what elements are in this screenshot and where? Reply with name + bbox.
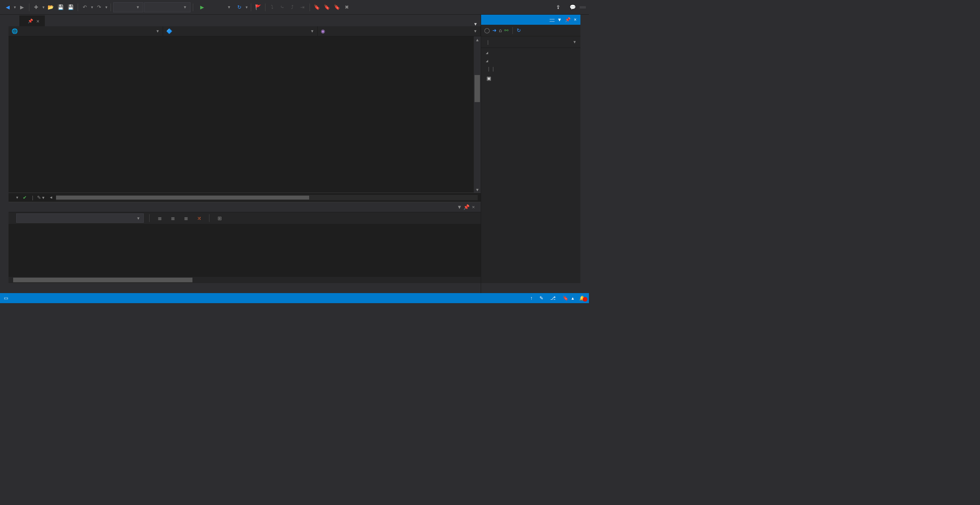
right-tool-rail — [580, 15, 589, 293]
nav-back-icon[interactable]: ◯ — [484, 27, 490, 33]
team-toolbar: ◯ ➜ ⌂ ⚯ ↻ — [481, 25, 580, 36]
branch-indicator[interactable]: 🔖 ▴ — [563, 295, 574, 301]
share-icon: ⇪ — [556, 4, 560, 10]
bookmark-clear-icon[interactable]: ✖ — [342, 3, 352, 12]
dropdown-icon[interactable]: ▼ — [557, 17, 562, 22]
redo-icon[interactable]: ↷ — [95, 3, 104, 12]
goto-next-icon[interactable]: ≣ — [168, 213, 177, 223]
bookmark-next-icon[interactable]: 🔖 — [332, 3, 342, 12]
solution-item[interactable]: ▣ — [481, 73, 580, 84]
pin-icon[interactable]: 📌 — [28, 19, 33, 24]
open-file-icon[interactable]: 📂 — [46, 3, 55, 12]
new-item-icon[interactable]: ✚ — [32, 3, 41, 12]
toggle-wrap-icon[interactable]: ⤮ — [194, 213, 204, 223]
nav-forward-icon[interactable]: ➜ — [492, 27, 497, 33]
bookmark-icon[interactable]: 🔖 — [312, 3, 322, 12]
tab-overflow-icon[interactable]: ▼ — [473, 22, 481, 26]
unpushed-commits[interactable]: ↑ — [530, 295, 534, 301]
output-panel: ▼ 📌 × ▼ ≣ ≣ ≣ ⤮ ⊞ — [9, 202, 481, 283]
clear-icon[interactable]: ≣ — [181, 213, 191, 223]
pending-changes[interactable]: ✎ — [539, 295, 545, 301]
editor-status-line: ▼ ✔ | ✎ ▾ ◂ ▸ — [9, 193, 481, 202]
save-icon[interactable]: 💾 — [56, 3, 65, 12]
class-icon: 🔷 — [166, 28, 172, 34]
nav-project-combo[interactable]: 🌐 ▼ — [9, 26, 163, 36]
step-icon[interactable]: ⇥ — [298, 3, 307, 12]
team-explorer-panel: :::::::: ▼ 📌 × ◯ ➜ ⌂ ⚯ ↻ | ▼ | | — [481, 15, 580, 293]
brush-icon[interactable]: ✎ ▾ — [37, 195, 44, 200]
close-icon[interactable]: × — [36, 18, 39, 24]
live-share-button[interactable]: ⇪ — [553, 2, 566, 12]
solutions-section-header[interactable] — [481, 56, 580, 64]
settings-icon[interactable]: ⊞ — [215, 213, 224, 223]
notifications-icon[interactable]: 🔔 — [579, 295, 585, 301]
refresh-icon[interactable]: ↻ — [235, 3, 244, 12]
horizontal-scrollbar[interactable]: ◂ ▸ — [56, 195, 478, 200]
save-all-icon[interactable]: 💾 — [66, 3, 75, 12]
file-tab[interactable] — [9, 15, 19, 26]
nav-forward-icon[interactable]: ▶ — [17, 3, 27, 12]
project-section-header[interactable] — [481, 48, 580, 56]
team-breadcrumb[interactable]: | ▼ — [481, 36, 580, 48]
version-badge — [580, 6, 586, 9]
code-editor[interactable]: ▴ ▾ — [9, 36, 481, 193]
window-icon: ▭ — [4, 295, 8, 301]
file-tab[interactable]: 📌 × — [19, 15, 45, 26]
output-hscrollbar[interactable] — [9, 277, 481, 283]
code-nav-bar: 🌐 ▼ 🔷 ▼ ◉ ▼ — [9, 26, 481, 36]
undo-icon[interactable]: ↶ — [80, 3, 90, 12]
vertical-scrollbar[interactable]: ▴ ▾ — [474, 36, 481, 193]
home-icon[interactable]: ⌂ — [499, 27, 502, 33]
checkmark-icon: ✔ — [23, 195, 27, 200]
nav-class-combo[interactable]: 🔷 ▼ — [163, 26, 318, 36]
editor-area: 📌 × ▼ 🌐 ▼ 🔷 ▼ ◉ ▼ — [9, 15, 481, 293]
issues-indicator[interactable]: ✔ — [23, 195, 28, 200]
platform-combo[interactable]: ▼ — [144, 2, 191, 12]
chevron-down-icon[interactable]: ▼ — [573, 40, 577, 44]
step-over-icon[interactable]: ⤵ — [268, 3, 277, 12]
step-out-icon[interactable]: ⤴ — [288, 3, 297, 12]
grip-icon[interactable]: :::::::: — [549, 17, 554, 23]
solution-icon: ▣ — [487, 75, 491, 81]
file-tab[interactable] — [45, 15, 56, 26]
output-text[interactable] — [9, 224, 481, 277]
status-bar: ▭ ↑ ✎ ⎇ 🔖 ▴ 🔔 — [0, 293, 589, 303]
feedback-icon[interactable]: 💬 — [568, 3, 577, 12]
close-icon[interactable]: × — [574, 17, 577, 22]
step-into-icon[interactable]: ⤷ — [278, 3, 287, 12]
flag-icon[interactable]: 🚩 — [254, 3, 263, 12]
connect-icon[interactable]: ⚯ — [504, 27, 509, 33]
file-tab-strip: 📌 × ▼ — [9, 15, 481, 26]
project-icon: 🌐 — [12, 28, 18, 34]
play-icon: ▶ — [200, 4, 204, 10]
pin-icon[interactable]: 📌 — [565, 17, 571, 22]
bottom-tab-strip — [9, 283, 481, 293]
repo-indicator[interactable]: ⎇ — [550, 295, 557, 301]
bookmark-prev-icon[interactable]: 🔖 — [322, 3, 332, 12]
main-toolbar: ◀ ▼ ▶ ✚ ▼ 📂 💾 💾 ↶ ▼ ↷ ▼ ▼ ▼ ▶ ▼ ↻ ▼ 🚩 ⤵ … — [0, 0, 589, 15]
explorer-tab-strip — [481, 283, 580, 293]
pin-icon[interactable]: 📌 — [463, 204, 470, 210]
nav-back-icon[interactable]: ◀ — [3, 3, 12, 12]
close-icon[interactable]: × — [470, 204, 477, 210]
dropdown-icon[interactable]: ▼ — [456, 204, 463, 210]
method-icon: ◉ — [321, 28, 325, 34]
solution-links: | | — [481, 64, 580, 73]
goto-prev-icon[interactable]: ≣ — [155, 213, 164, 223]
nav-member-combo[interactable]: ◉ ▼ — [318, 26, 481, 36]
output-source-combo[interactable]: ▼ — [16, 213, 144, 223]
left-tool-rail — [0, 15, 9, 293]
refresh-icon[interactable]: ↻ — [517, 27, 521, 33]
config-combo[interactable]: ▼ — [113, 2, 143, 12]
team-explorer-title: :::::::: ▼ 📌 × — [481, 15, 580, 25]
run-button[interactable]: ▶ ▼ — [196, 2, 234, 12]
